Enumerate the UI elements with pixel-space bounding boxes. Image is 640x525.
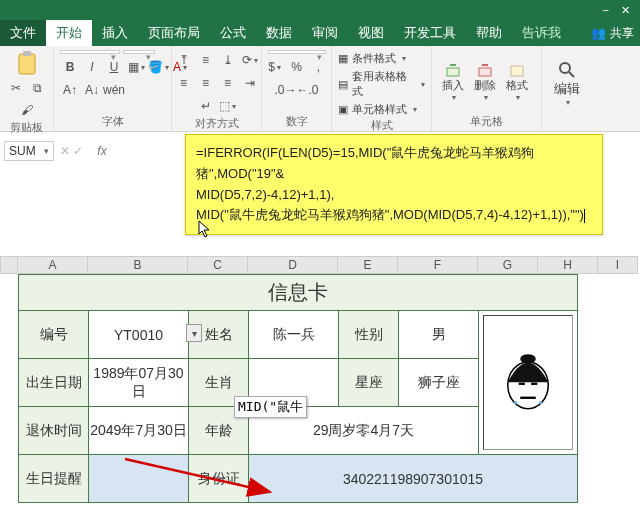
group-label-styles: 样式	[338, 118, 425, 133]
group-clipboard: ✂ ⧉ 🖌 剪贴板	[0, 46, 54, 131]
formula-arg-tooltip: MID("鼠牛	[234, 396, 307, 418]
group-editing: 编辑 ▾	[542, 46, 596, 131]
italic-button[interactable]: I	[82, 57, 102, 77]
share-button[interactable]: 👥共享	[591, 20, 634, 46]
group-number: $▾ % , .0→ ←.0 数字	[262, 46, 332, 131]
svg-rect-1	[23, 51, 31, 56]
tellme-field[interactable]: 告诉我	[512, 20, 571, 46]
formula-bar-expanded[interactable]: =IFERROR(IF(LEN(D5)=15,MID("鼠牛虎兔龙蛇马羊猴鸡狗猪…	[185, 134, 603, 235]
svg-line-8	[569, 72, 574, 77]
increase-font-icon[interactable]: A↑	[60, 80, 80, 100]
format-cells-button[interactable]: 格式▾	[502, 62, 532, 102]
bold-button[interactable]: B	[60, 57, 80, 77]
label-bday-remind: 生日提醒	[19, 455, 89, 503]
conditional-format-button[interactable]: ▦条件格式▾	[338, 50, 406, 67]
value-birth[interactable]: 1989年07月30日	[89, 359, 189, 407]
tab-data[interactable]: 数据	[256, 20, 302, 46]
label-sex: 性别	[339, 311, 399, 359]
tab-home[interactable]: 开始	[46, 20, 92, 46]
tab-help[interactable]: 帮助	[466, 20, 512, 46]
font-name-select[interactable]	[60, 50, 120, 54]
group-align: ⤒ ≡ ⤓ ⟳▾ ≡ ≡ ≡ ⇥ ↵ ⬚▾ 对齐方式	[172, 46, 262, 131]
border-button[interactable]: ▦▾	[126, 57, 146, 77]
select-all-corner[interactable]	[0, 256, 18, 274]
phonetic-icon[interactable]: wén	[104, 80, 124, 100]
col-C[interactable]: C	[188, 256, 248, 274]
group-label-number: 数字	[268, 114, 325, 129]
card-title: 信息卡	[19, 275, 578, 311]
copy-icon[interactable]: ⧉	[28, 78, 48, 98]
value-constellation[interactable]: 狮子座	[399, 359, 479, 407]
find-icon	[557, 60, 577, 80]
number-format-select[interactable]	[268, 50, 326, 54]
decrease-font-icon[interactable]: A↓	[82, 80, 102, 100]
align-left-icon[interactable]: ≡	[174, 73, 194, 93]
delete-cells-button[interactable]: 删除▾	[470, 62, 500, 102]
mouse-cursor-icon	[198, 220, 212, 242]
name-box[interactable]: SUM▾	[4, 141, 54, 161]
tab-review[interactable]: 审阅	[302, 20, 348, 46]
wrap-text-icon[interactable]: ↵	[196, 96, 216, 116]
format-as-table-button[interactable]: ▤套用表格格式▾	[338, 68, 425, 100]
torn-edge	[0, 505, 640, 525]
tab-file[interactable]: 文件	[0, 20, 46, 46]
tab-layout[interactable]: 页面布局	[138, 20, 210, 46]
cell-styles-button[interactable]: ▣单元格样式▾	[338, 101, 417, 118]
value-idcard[interactable]: 340221198907301015	[249, 455, 578, 503]
fill-color-button[interactable]: 🪣▾	[148, 57, 168, 77]
group-cells: 插入▾ 删除▾ 格式▾ 单元格	[432, 46, 542, 131]
formula-line-2: MID(D5,7,2)-4,12)+1,1),	[196, 185, 592, 206]
window-titlebar: − ✕	[0, 0, 640, 20]
svg-rect-4	[479, 68, 491, 76]
align-center-icon[interactable]: ≡	[196, 73, 216, 93]
minimize-icon[interactable]: −	[603, 4, 609, 16]
group-label-cells: 单元格	[438, 114, 535, 129]
close-icon[interactable]: ✕	[621, 4, 630, 17]
align-middle-icon[interactable]: ≡	[196, 50, 216, 70]
value-idno[interactable]: YT0010	[89, 311, 189, 359]
svg-rect-6	[511, 66, 523, 76]
value-sex[interactable]: 男	[399, 311, 479, 359]
col-F[interactable]: F	[398, 256, 478, 274]
tab-view[interactable]: 视图	[348, 20, 394, 46]
editing-button[interactable]: 编辑 ▾	[548, 60, 586, 107]
format-painter-icon[interactable]: 🖌	[17, 100, 37, 120]
svg-line-16	[125, 459, 270, 492]
col-A[interactable]: A	[18, 256, 88, 274]
group-font: B I U ▦▾ 🪣▾ A▾ A↑ A↓ wén 字体	[54, 46, 172, 131]
cut-icon[interactable]: ✂	[6, 78, 26, 98]
paste-button[interactable]	[15, 50, 39, 76]
ribbon-body: ✂ ⧉ 🖌 剪贴板 B I U ▦▾ 🪣▾ A▾ A↑ A↓ w	[0, 46, 640, 132]
col-G[interactable]: G	[478, 256, 538, 274]
align-top-icon[interactable]: ⤒	[174, 50, 194, 70]
insert-cells-button[interactable]: 插入▾	[438, 62, 468, 102]
align-right-icon[interactable]: ≡	[218, 73, 238, 93]
column-headers: A B C D E F G H I	[0, 256, 640, 274]
cell-validation-dropdown-icon[interactable]: ▾	[186, 324, 202, 342]
photo-cell	[479, 311, 578, 455]
percent-icon[interactable]: %	[287, 57, 307, 77]
tab-insert[interactable]: 插入	[92, 20, 138, 46]
col-H[interactable]: H	[538, 256, 598, 274]
font-size-select[interactable]	[123, 50, 155, 54]
group-styles: ▦条件格式▾ ▤套用表格格式▾ ▣单元格样式▾ 样式	[332, 46, 432, 131]
svg-point-10	[520, 354, 536, 363]
increase-decimal-icon[interactable]: .0→	[276, 80, 296, 100]
value-name[interactable]: 陈一兵	[249, 311, 339, 359]
col-D[interactable]: D	[248, 256, 338, 274]
orientation-icon[interactable]: ⟳▾	[240, 50, 260, 70]
align-bottom-icon[interactable]: ⤓	[218, 50, 238, 70]
indent-icon[interactable]: ⇥	[240, 73, 260, 93]
col-I[interactable]: I	[598, 256, 638, 274]
decrease-decimal-icon[interactable]: ←.0	[298, 80, 318, 100]
currency-icon[interactable]: $▾	[265, 57, 285, 77]
tab-dev[interactable]: 开发工具	[394, 20, 466, 46]
col-B[interactable]: B	[88, 256, 188, 274]
svg-rect-0	[19, 54, 35, 74]
merge-icon[interactable]: ⬚▾	[218, 96, 238, 116]
value-retire[interactable]: 2049年7月30日	[89, 407, 189, 455]
col-E[interactable]: E	[338, 256, 398, 274]
label-constellation: 星座	[339, 359, 399, 407]
ribbon-tabs: 文件 开始 插入 页面布局 公式 数据 审阅 视图 开发工具 帮助 告诉我 👥共…	[0, 20, 640, 46]
tab-formula[interactable]: 公式	[210, 20, 256, 46]
